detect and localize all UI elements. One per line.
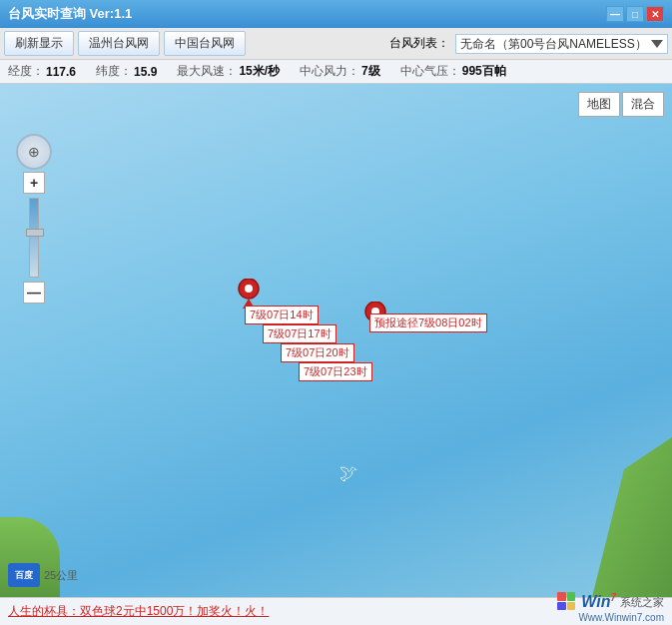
baidu-icon: 百度	[8, 563, 40, 587]
zoom-in-button[interactable]: +	[23, 172, 45, 194]
minimize-button[interactable]: —	[606, 6, 624, 22]
map-button[interactable]: 地图	[578, 92, 620, 117]
latitude-value: 15.9	[134, 65, 157, 79]
forecast-label-4: 7级07日23时	[299, 362, 372, 381]
typhoon-list-label: 台风列表：	[389, 35, 449, 52]
wind-speed-value: 15米/秒	[239, 63, 280, 80]
wind-speed-item: 最大风速： 15米/秒	[177, 63, 280, 80]
typhoon-select[interactable]: 无命名（第00号台风NAMELESS）	[455, 34, 668, 54]
longitude-item: 经度： 117.6	[8, 63, 76, 80]
wind-speed-label: 最大风速：	[177, 63, 237, 80]
bird-decoration: 🕊	[339, 463, 357, 484]
pressure-label: 中心气压：	[400, 63, 460, 80]
status-link[interactable]: 人生的杯具：双色球2元中1500万！加奖火！火！	[8, 603, 269, 620]
longitude-label: 经度：	[8, 63, 44, 80]
china-button[interactable]: 中国台风网	[164, 31, 246, 56]
refresh-button[interactable]: 刷新显示	[4, 31, 74, 56]
forecast-label-2: 7级07日17时	[263, 324, 336, 343]
win7-logo-top: Win7 系统之家	[557, 592, 664, 612]
map-type-buttons: 地图 混合	[578, 92, 664, 117]
map-scale: 25公里	[44, 568, 78, 583]
zoom-slider[interactable]	[26, 229, 44, 237]
title-bar-buttons: — □ ✕	[606, 6, 664, 22]
toolbar: 刷新显示 温州台风网 中国台风网 台风列表： 无命名（第00号台风NAMELES…	[0, 28, 672, 60]
maximize-button[interactable]: □	[626, 6, 644, 22]
latitude-item: 纬度： 15.9	[96, 63, 157, 80]
longitude-value: 117.6	[46, 65, 76, 79]
win7-system: 系统之家	[620, 595, 664, 610]
forecast-label-1: 7级07日14时	[245, 306, 319, 324]
wind-force-label: 中心风力：	[300, 63, 359, 80]
land-right	[592, 437, 672, 597]
info-bar: 经度： 117.6 纬度： 15.9 最大风速： 15米/秒 中心风力： 7级 …	[0, 60, 672, 84]
wenzhou-button[interactable]: 温州台风网	[78, 31, 160, 56]
wind-force-item: 中心风力： 7级	[300, 63, 380, 80]
close-button[interactable]: ✕	[646, 6, 664, 22]
map-container[interactable]: 地图 混合 ⊕ + — 🕊 7级07日14时 7级07日17时 7级07日20时…	[0, 84, 672, 597]
wind-force-value: 7级	[361, 63, 380, 80]
pressure-item: 中心气压： 995百帕	[400, 63, 506, 80]
forecast-label-5: 预报途径7级08日02时	[369, 313, 487, 332]
win7-site: Www.Winwin7.com	[578, 612, 664, 623]
win7-logo: Win7 系统之家 Www.Winwin7.com	[557, 592, 664, 623]
app-title: 台风实时查询 Ver:1.1	[8, 5, 132, 23]
typhoon-select-area: 台风列表： 无命名（第00号台风NAMELESS）	[389, 34, 668, 54]
status-bar: 人生的杯具：双色球2元中1500万！加奖火！火！ Win7 系统之家 Www.W…	[0, 597, 672, 625]
compass-button[interactable]: ⊕	[16, 134, 52, 170]
svg-point-1	[245, 285, 253, 293]
zoom-bar[interactable]	[29, 198, 39, 278]
forecast-label-3: 7级07日20时	[281, 343, 354, 362]
title-bar: 台风实时查询 Ver:1.1 — □ ✕	[0, 0, 672, 28]
zoom-out-button[interactable]: —	[23, 282, 45, 304]
baidu-logo-area: 百度 25公里	[8, 563, 78, 587]
zoom-controls: ⊕ + —	[16, 134, 52, 304]
win7-brand: Win7	[581, 592, 616, 611]
latitude-label: 纬度：	[96, 63, 132, 80]
hybrid-button[interactable]: 混合	[622, 92, 664, 117]
pressure-value: 995百帕	[462, 63, 506, 80]
